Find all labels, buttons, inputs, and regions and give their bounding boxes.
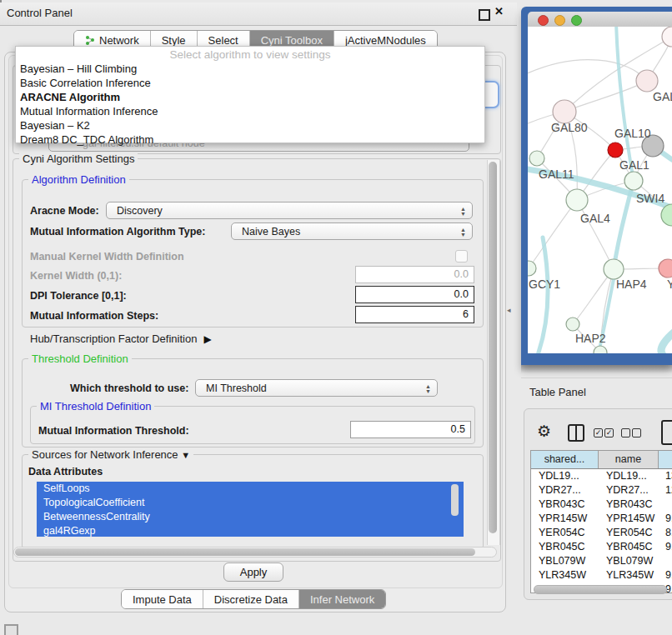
hub-definition-expander[interactable]: Hub/Transcription Factor Definition▶ (30, 332, 212, 345)
table-row[interactable]: YER054CYER054C8. (531, 526, 672, 540)
table-column-header[interactable]: name (599, 451, 659, 468)
algorithm-option[interactable]: Bayesian – K2 (20, 119, 90, 132)
algorithm-option[interactable]: ARACNE Algorithm (20, 91, 120, 103)
network-node[interactable] (566, 318, 579, 331)
attribute-list-item[interactable]: SelfLoops (37, 482, 464, 496)
network-edge[interactable] (529, 200, 577, 268)
document-icon[interactable] (661, 420, 672, 445)
table-cell[interactable]: 12 (659, 483, 672, 498)
network-node[interactable] (529, 151, 544, 166)
table-cell[interactable]: YBR043C (599, 498, 659, 512)
network-graph[interactable]: GALGAL80GAL10GAL1GAL11SWI4GAL4GCY1HAP4YH… (528, 27, 672, 353)
unchecked-checkbox-icon[interactable] (632, 428, 641, 438)
table-cell[interactable]: YDL19... (599, 469, 659, 483)
table-row[interactable]: YDL19...YDL19...13 (531, 469, 672, 483)
table-cell[interactable]: YBL079W (599, 554, 659, 568)
network-node[interactable] (604, 259, 624, 279)
manual-kernel-checkbox[interactable] (455, 250, 468, 262)
network-node[interactable] (659, 259, 672, 278)
table-column-header[interactable] (659, 451, 672, 468)
table-cell[interactable]: YBL079W (531, 554, 599, 568)
split-columns-icon[interactable] (568, 424, 584, 442)
apply-button[interactable]: Apply (223, 562, 283, 582)
gear-icon[interactable]: ⚙ (537, 422, 551, 441)
network-node[interactable] (624, 172, 643, 190)
table-cell[interactable]: YPR145W (531, 512, 599, 526)
attribute-list-item[interactable]: TopologicalCoefficient (37, 496, 464, 510)
table-cell[interactable]: YDR27... (599, 483, 659, 498)
network-node[interactable] (608, 142, 623, 158)
minimize-traffic-light[interactable] (554, 15, 565, 26)
algorithm-option[interactable]: Mutual Information Inference (20, 105, 158, 118)
table-cell[interactable]: 13 (659, 469, 672, 483)
mi-type-combo[interactable]: Naive Bayes ▲▼ (231, 222, 473, 240)
attribute-list-item[interactable]: BetweennessCentrality (37, 510, 464, 524)
table-cell[interactable]: YDR27... (531, 483, 599, 498)
network-node[interactable] (553, 100, 576, 123)
network-edge-highlighted[interactable] (538, 238, 548, 353)
table-cell[interactable]: YDL19... (531, 469, 599, 483)
aracne-mode-value: Discovery (117, 205, 163, 217)
table-cell[interactable]: 8. (659, 526, 672, 540)
network-node[interactable] (566, 189, 588, 211)
tab-infer-network[interactable]: Infer Network (299, 590, 385, 608)
data-attributes-list[interactable]: SelfLoopsTopologicalCoefficientBetweenne… (37, 482, 464, 537)
algorithm-option[interactable]: Dream8 DC_TDC Algorithm (20, 133, 153, 146)
table-hscrollbar-thumb[interactable] (534, 585, 667, 594)
table-row[interactable]: YLR345WYLR345W9. (531, 568, 672, 582)
mi-threshold-field[interactable]: 0.5 (350, 421, 471, 438)
table-cell[interactable]: YLR345W (531, 568, 599, 582)
tab-impute-data[interactable]: Impute Data (122, 590, 203, 608)
dpi-tolerance-field[interactable]: 0.0 (355, 286, 474, 303)
tab-discretize-data[interactable]: Discretize Data (203, 590, 299, 608)
network-edge-highlighted[interactable] (661, 332, 672, 353)
network-canvas[interactable]: GALGAL80GAL10GAL1GAL11SWI4GAL4GCY1HAP4YH… (528, 27, 672, 353)
panel-grip-icon[interactable] (4, 624, 18, 635)
table-cell[interactable]: YPR145W (599, 512, 659, 526)
unchecked-checkbox-icon[interactable] (621, 428, 630, 438)
close-traffic-light[interactable] (538, 15, 549, 26)
algorithm-option[interactable]: Basic Correlation Inference (20, 77, 151, 89)
table-cell[interactable]: 9. (659, 512, 672, 526)
hub-definition-label: Hub/Transcription Factor Definition (30, 332, 197, 345)
checked-checkbox-icon[interactable]: ✓ (594, 428, 603, 438)
network-node[interactable] (528, 261, 536, 276)
expander-down-icon[interactable]: ▼ (181, 450, 190, 460)
settings-hscrollbar-thumb[interactable] (15, 548, 475, 556)
table-cell[interactable] (659, 498, 672, 512)
table-cell[interactable]: YBR045C (531, 540, 599, 554)
kernel-width-field[interactable]: 0.0 (355, 266, 474, 283)
close-icon[interactable]: ✕ (494, 5, 504, 18)
network-node[interactable] (662, 27, 672, 47)
settings-vscrollbar-thumb[interactable] (489, 162, 497, 533)
attribute-list-item[interactable]: gal4RGexp (37, 524, 464, 537)
table-row[interactable]: YBR043CYBR043C (531, 498, 672, 512)
expander-right-icon[interactable]: ▶ (203, 333, 211, 345)
table-cell[interactable]: YBR045C (599, 540, 659, 554)
algorithm-option[interactable]: Bayesian – Hill Climbing (20, 62, 137, 75)
table-cell[interactable]: YLR345W (599, 568, 659, 582)
attr-list-scrollbar-thumb[interactable] (451, 484, 459, 516)
table-cell[interactable]: YER054C (599, 526, 659, 540)
table-cell[interactable]: YER054C (531, 526, 599, 540)
table-cell[interactable] (659, 554, 672, 568)
table-cell[interactable]: 9. (659, 568, 672, 582)
network-node[interactable] (636, 70, 658, 92)
table-row[interactable]: YDR27...YDR27...12 (531, 483, 672, 498)
checked-checkbox-icon[interactable]: ✓ (604, 428, 614, 438)
table-cell[interactable]: 9. (659, 540, 672, 554)
table-row[interactable]: YPR145WYPR145W9. (531, 512, 672, 526)
which-threshold-combo[interactable]: MI Threshold ▲▼ (195, 379, 438, 397)
table-cell[interactable]: YBR043C (531, 498, 599, 512)
aracne-mode-combo[interactable]: Discovery ▲▼ (106, 202, 473, 219)
network-edge[interactable] (577, 200, 614, 269)
zoom-traffic-light[interactable] (571, 15, 582, 26)
float-window-icon[interactable] (479, 9, 490, 21)
divider-collapse-icon[interactable]: ◂ (507, 306, 511, 314)
table-row[interactable]: YBR045CYBR045C9. (531, 540, 672, 554)
table-row[interactable]: YBL079WYBL079W (531, 554, 672, 568)
table-column-header[interactable]: shared... (531, 451, 599, 468)
sources-group-title: Sources for Network Inference ▼ (28, 448, 193, 461)
mi-steps-field[interactable]: 6 (355, 306, 474, 323)
network-edge[interactable] (564, 81, 647, 112)
